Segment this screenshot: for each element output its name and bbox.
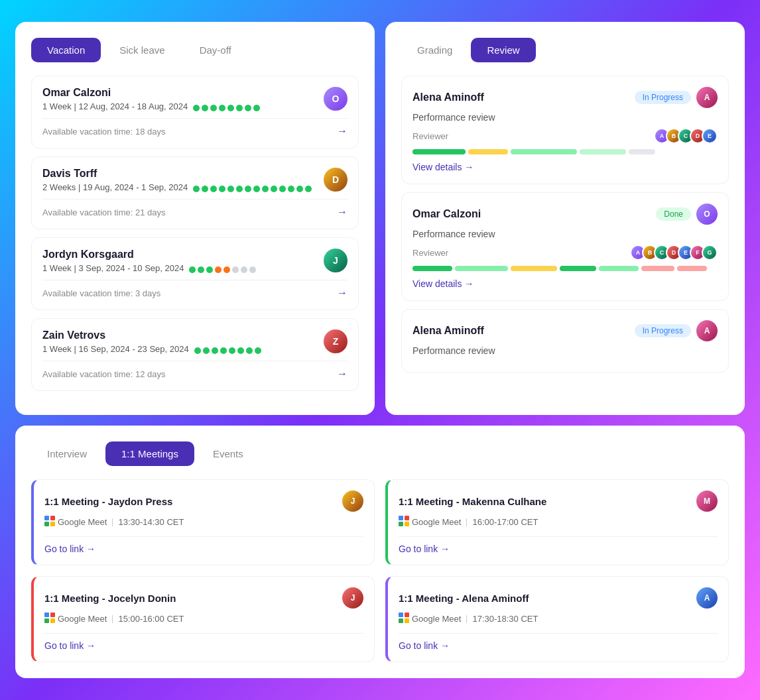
leave-tabs: VacationSick leaveDay-off	[31, 38, 359, 62]
status-dot	[220, 347, 227, 354]
reviewer-row: ReviewerABCDE	[412, 128, 718, 144]
svg-rect-2	[44, 522, 49, 526]
avatar-initial: A	[696, 587, 718, 609]
google-meet-icon	[44, 516, 55, 528]
review-type: Performance review	[412, 112, 718, 123]
status-dot	[262, 186, 269, 192]
meeting-grid: 1:1 Meeting - Jaydon PressJGoogle Meet13…	[31, 479, 729, 662]
go-to-link-button[interactable]: Go to link →	[44, 536, 363, 554]
meeting-title: 1:1 Meeting - Makenna Culhane	[399, 496, 546, 507]
meeting-time: 17:30-18:30 CET	[472, 614, 538, 624]
status-dot	[288, 186, 294, 192]
meeting-card: 1:1 Meeting - Jaydon PressJGoogle Meet13…	[31, 479, 375, 565]
status-dot	[194, 347, 201, 354]
platform-name: Google Meet	[412, 517, 461, 527]
meetings-tab-interview[interactable]: Interview	[31, 441, 103, 466]
employee-name: Zain Vetrovs	[42, 329, 261, 341]
divider	[466, 518, 467, 526]
progress-segment	[412, 149, 466, 154]
employee-header: Jordyn Korsgaard1 Week | 3 Sep, 2024 - 1…	[42, 249, 348, 273]
review-header: Alena AminoffIn ProgressA	[412, 320, 718, 341]
review-right: In ProgressA	[635, 87, 718, 108]
avatar: O	[696, 204, 718, 225]
meeting-title: 1:1 Meeting - Jaydon Press	[44, 496, 172, 507]
view-details-button[interactable]: View details →	[412, 162, 474, 172]
reviewer-avatar-initial: E	[703, 129, 716, 143]
meetings-panel: Interview1:1 MeetingsEvents 1:1 Meeting …	[15, 426, 745, 678]
divider	[112, 518, 113, 526]
available-row: Available vacation time: 18 days→	[42, 118, 348, 137]
review-header: Alena AminoffIn ProgressA	[412, 87, 718, 108]
status-dot	[212, 347, 218, 354]
leave-tab-vacation[interactable]: Vacation	[31, 38, 101, 62]
go-to-link-button[interactable]: Go to link →	[399, 536, 718, 554]
status-dot	[202, 186, 208, 192]
employee-info: Jordyn Korsgaard1 Week | 3 Sep, 2024 - 1…	[42, 249, 256, 273]
review-type: Performance review	[412, 229, 718, 239]
divider	[112, 615, 113, 623]
meetings-tab-events[interactable]: Events	[197, 441, 259, 466]
progress-segment	[629, 149, 655, 154]
svg-rect-11	[50, 618, 55, 623]
review-right: DoneO	[656, 204, 718, 225]
employee-header: Davis Torff2 Weeks | 19 Aug, 2024 - 1 Se…	[42, 168, 348, 192]
status-dot	[210, 105, 217, 111]
go-to-link-button[interactable]: Go to link →	[44, 633, 363, 651]
navigate-arrow[interactable]: →	[337, 368, 348, 380]
svg-rect-1	[50, 516, 55, 520]
meeting-info: Google Meet17:30-18:30 CET	[399, 612, 718, 625]
avatar: A	[696, 87, 718, 108]
progress-segment	[677, 266, 707, 271]
avatar: A	[696, 320, 718, 341]
status-dot	[296, 186, 303, 192]
employee-name: Davis Torff	[42, 168, 312, 180]
review-tab-review[interactable]: Review	[471, 38, 535, 62]
status-dot	[253, 186, 260, 192]
google-meet-icon	[44, 612, 55, 625]
review-tab-grading[interactable]: Grading	[401, 38, 468, 62]
reviewer-avatar: G	[702, 245, 718, 261]
reviewer-avatar-initial: G	[703, 246, 716, 259]
avatar-initial: A	[696, 320, 718, 341]
avatar-initial: J	[342, 491, 363, 512]
svg-rect-10	[44, 618, 49, 623]
period-row: 1 Week | 12 Aug, 2024 - 18 Aug, 2024	[42, 101, 260, 111]
status-dot	[236, 105, 243, 111]
status-dot	[249, 266, 256, 273]
meetings-tab-1-1-meetings[interactable]: 1:1 Meetings	[105, 441, 194, 466]
progress-bar	[412, 149, 718, 154]
view-details-button[interactable]: View details →	[412, 278, 474, 289]
meeting-info: Google Meet13:30-14:30 CET	[44, 516, 363, 528]
status-dot	[210, 186, 217, 192]
navigate-arrow[interactable]: →	[337, 206, 348, 218]
status-dot	[279, 186, 286, 192]
employee-name: Jordyn Korsgaard	[42, 249, 256, 261]
go-to-link-button[interactable]: Go to link →	[399, 633, 718, 651]
leave-tab-day-off[interactable]: Day-off	[184, 38, 247, 62]
svg-rect-4	[399, 516, 403, 520]
available-text: Available vacation time: 21 days	[42, 207, 165, 217]
avatar: O	[324, 87, 348, 111]
meeting-header: 1:1 Meeting - Makenna CulhaneM	[399, 491, 718, 512]
avatar-initial: J	[342, 587, 363, 609]
available-text: Available vacation time: 3 days	[42, 288, 160, 298]
svg-rect-8	[44, 612, 49, 617]
review-card: Omar CalzoniDoneOPerformance reviewRevie…	[401, 192, 729, 301]
leave-tab-sick-leave[interactable]: Sick leave	[103, 38, 180, 62]
navigate-arrow[interactable]: →	[337, 125, 348, 137]
avatar: M	[696, 491, 718, 512]
employee-card: Omar Calzoni1 Week | 12 Aug, 2024 - 18 A…	[31, 76, 359, 148]
review-name: Alena Aminoff	[412, 325, 484, 337]
navigate-arrow[interactable]: →	[337, 287, 348, 299]
status-dot	[198, 266, 204, 273]
employee-header: Zain Vetrovs1 Week | 16 Sep, 2024 - 23 S…	[42, 329, 348, 354]
employee-card: Davis Torff2 Weeks | 19 Aug, 2024 - 1 Se…	[31, 156, 359, 229]
svg-rect-13	[405, 612, 409, 617]
status-dots	[189, 266, 256, 273]
review-name: Alena Aminoff	[412, 91, 484, 103]
status-dot	[203, 347, 210, 354]
status-dots	[193, 105, 260, 111]
avatar-initial: J	[324, 249, 348, 272]
progress-segment	[560, 266, 596, 271]
avatar: J	[342, 587, 363, 609]
